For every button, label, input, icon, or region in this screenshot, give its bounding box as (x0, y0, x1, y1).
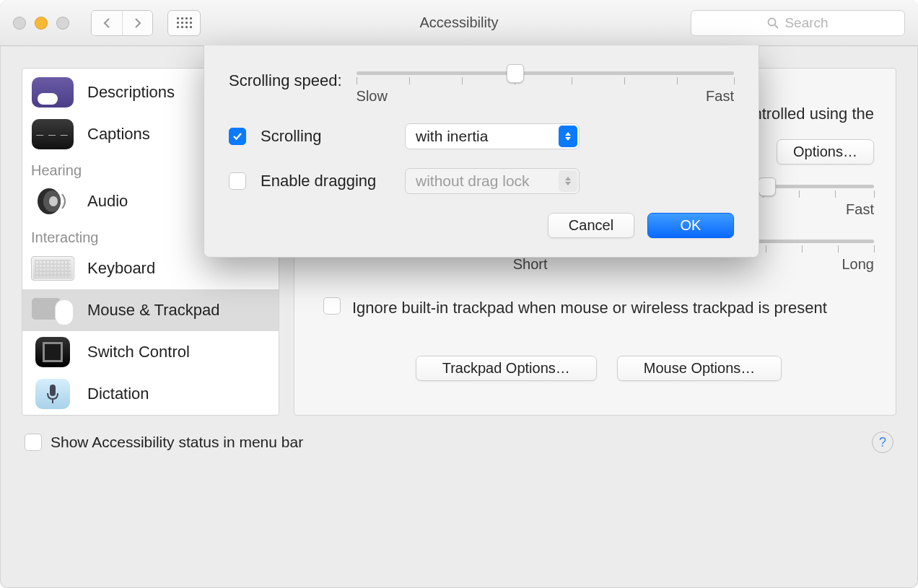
ok-button[interactable]: OK (647, 213, 734, 238)
titlebar: Accessibility Search (0, 0, 918, 46)
scrolling-speed-slider[interactable]: Slow Fast (357, 71, 734, 105)
select-stepper-icon (559, 126, 577, 147)
svg-line-1 (775, 25, 779, 28)
main-intro-text: ntrolled using the (753, 105, 874, 123)
cancel-button[interactable]: Cancel (548, 213, 634, 238)
svg-point-4 (49, 196, 58, 206)
enable-dragging-checkbox[interactable] (229, 172, 246, 190)
search-icon (767, 17, 779, 29)
mouse-options-button[interactable]: Mouse Options… (617, 356, 782, 381)
show-status-label: Show Accessibility status in menu bar (51, 434, 303, 451)
trackpad-options-sheet: Scrolling speed: Slow Fast Scrolling wit… (204, 45, 759, 258)
sidebar-item-mouse-trackpad[interactable]: Mouse & Trackpad (22, 289, 279, 331)
sidebar-item-label: Switch Control (87, 343, 190, 361)
slider-min-label: Short (513, 256, 548, 273)
slider-min-label: Slow (357, 88, 388, 105)
dragging-select: without drag lock (405, 168, 580, 194)
help-button[interactable]: ? (872, 431, 893, 453)
sidebar-item-label: Mouse & Trackpad (87, 301, 219, 320)
show-all-button[interactable] (167, 10, 201, 36)
sidebar-item-label: Dictation (87, 385, 149, 403)
enable-dragging-label: Enable dragging (261, 172, 390, 190)
descriptions-icon (32, 77, 74, 107)
scrolling-speed-label: Scrolling speed: (229, 71, 342, 90)
sidebar-item-label: Descriptions (87, 83, 175, 102)
forward-button[interactable] (122, 11, 152, 35)
sidebar-item-label: Audio (87, 192, 128, 211)
zoom-window-button[interactable] (56, 17, 69, 30)
select-value: without drag lock (406, 172, 540, 190)
system-preferences-window: Accessibility Search Descriptions ― ― ― … (0, 0, 918, 588)
close-window-button[interactable] (13, 17, 26, 30)
ignore-trackpad-checkbox[interactable] (323, 297, 341, 315)
options-button[interactable]: Options… (777, 139, 874, 164)
scrolling-label: Scrolling (261, 127, 390, 146)
slider-max-label: Fast (846, 201, 874, 218)
slider-max-label: Long (842, 256, 875, 273)
sidebar-item-label: Keyboard (87, 259, 155, 278)
sidebar-item-dictation[interactable]: Dictation (22, 373, 279, 415)
nav-buttons (91, 10, 153, 36)
window-controls (13, 17, 69, 30)
mouse-trackpad-icon (32, 295, 74, 325)
trackpad-options-button[interactable]: Trackpad Options… (416, 356, 597, 381)
sidebar-item-switch-control[interactable]: Switch Control (22, 331, 279, 373)
svg-point-0 (769, 18, 776, 25)
scrolling-checkbox[interactable] (229, 128, 246, 145)
dictation-icon (35, 379, 70, 409)
search-field[interactable]: Search (691, 10, 905, 36)
back-button[interactable] (92, 11, 122, 35)
footer: Show Accessibility status in menu bar ? (0, 423, 918, 468)
grid-icon (177, 17, 192, 28)
select-stepper-icon (559, 170, 577, 192)
keyboard-icon (31, 256, 74, 281)
slider-max-label: Fast (706, 88, 734, 105)
search-placeholder: Search (784, 15, 828, 31)
captions-icon: ― ― ― (32, 119, 74, 149)
speaker-icon (31, 185, 74, 217)
minimize-window-button[interactable] (35, 17, 48, 30)
switch-control-icon (35, 337, 70, 367)
select-value: with inertia (406, 128, 498, 145)
show-status-checkbox[interactable] (25, 434, 42, 451)
ignore-trackpad-label: Ignore built-in trackpad when mouse or w… (352, 297, 827, 320)
svg-rect-5 (50, 385, 56, 396)
scrolling-select[interactable]: with inertia (405, 123, 580, 149)
sidebar-item-label: Captions (87, 125, 150, 144)
